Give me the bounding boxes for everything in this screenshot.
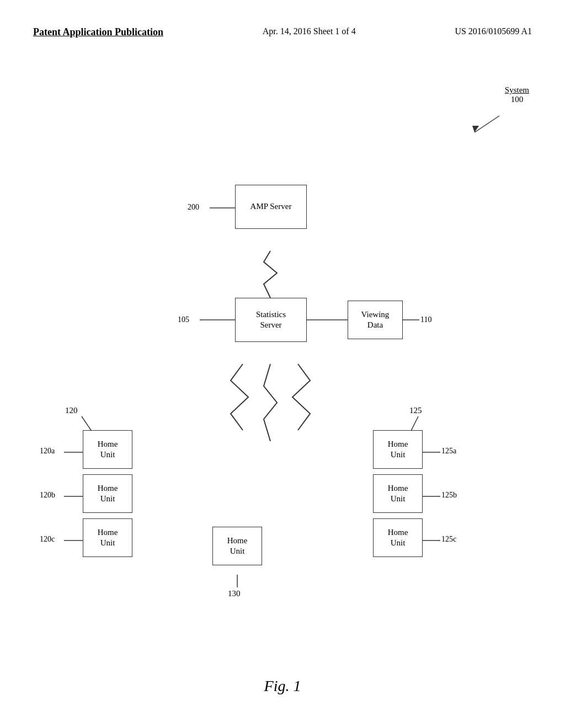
group-125-label: 125 (409, 406, 422, 415)
header: Patent Application Publication Apr. 14, … (0, 26, 565, 38)
diagram-svg (0, 0, 565, 728)
publication-label: Patent Application Publication (33, 26, 163, 38)
home-unit-125a-id: 125a (441, 447, 456, 456)
sheet-info: Apr. 14, 2016 Sheet 1 of 4 (263, 26, 356, 36)
home-unit-125b-box: HomeUnit (373, 474, 423, 513)
home-unit-120c-id: 120c (40, 535, 55, 544)
group-120-label: 120 (65, 406, 78, 415)
statistics-server-box: StatisticsServer (235, 298, 307, 342)
home-unit-120b-box: HomeUnit (83, 474, 132, 513)
amp-server-box: AMP Server (235, 185, 307, 229)
home-unit-125a-box: HomeUnit (373, 430, 423, 469)
page: Patent Application Publication Apr. 14, … (0, 0, 565, 728)
home-unit-120a-id: 120a (40, 447, 55, 456)
amp-server-id: 200 (188, 203, 199, 212)
home-unit-130-box: HomeUnit (212, 527, 262, 565)
svg-line-0 (475, 116, 499, 132)
patent-number: US 2016/0105699 A1 (455, 26, 532, 36)
home-unit-130-id: 130 (228, 589, 241, 598)
viewing-data-box: ViewingData (348, 301, 403, 339)
viewing-data-id: 110 (420, 315, 431, 324)
home-unit-120a-box: HomeUnit (83, 430, 132, 469)
home-unit-125b-id: 125b (441, 491, 457, 500)
fig-caption: Fig. 1 (0, 677, 565, 695)
statistics-server-id: 105 (178, 315, 189, 324)
home-unit-120c-box: HomeUnit (83, 518, 132, 557)
home-unit-120b-id: 120b (40, 491, 55, 500)
svg-marker-1 (472, 126, 479, 132)
home-unit-125c-id: 125c (441, 535, 456, 544)
system-label: System 100 (505, 85, 529, 104)
home-unit-125c-box: HomeUnit (373, 518, 423, 557)
